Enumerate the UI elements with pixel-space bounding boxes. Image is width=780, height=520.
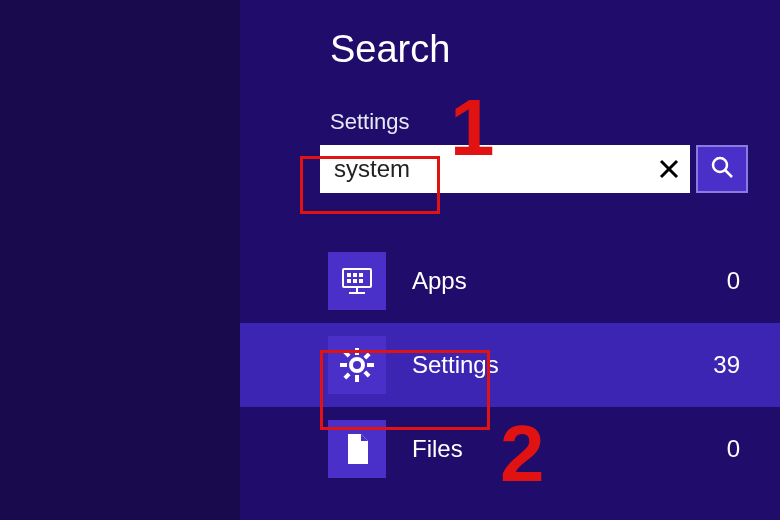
- panel-title: Search: [330, 28, 780, 71]
- category-label: Settings: [412, 351, 713, 379]
- svg-line-3: [725, 170, 732, 177]
- category-count: 39: [713, 351, 740, 379]
- category-label: Files: [412, 435, 727, 463]
- category-count: 0: [727, 435, 740, 463]
- category-label: Apps: [412, 267, 727, 295]
- svg-rect-4: [343, 269, 371, 287]
- category-files[interactable]: Files 0: [240, 407, 780, 491]
- category-list: Apps 0: [240, 239, 780, 491]
- search-input[interactable]: [320, 145, 648, 193]
- clear-icon[interactable]: [648, 159, 690, 179]
- svg-rect-19: [363, 370, 370, 377]
- magnifier-icon: [709, 154, 735, 184]
- svg-rect-5: [347, 273, 351, 277]
- search-scope-label: Settings: [330, 109, 780, 135]
- svg-rect-15: [355, 375, 359, 382]
- svg-point-13: [351, 359, 363, 371]
- file-icon: [328, 420, 386, 478]
- search-charm-panel: Search Settings: [240, 0, 780, 520]
- svg-rect-14: [355, 348, 359, 355]
- search-row: [320, 145, 780, 193]
- gear-icon: [328, 336, 386, 394]
- svg-rect-20: [363, 352, 370, 359]
- category-apps[interactable]: Apps 0: [240, 239, 780, 323]
- svg-point-2: [713, 158, 727, 172]
- svg-rect-8: [347, 279, 351, 283]
- category-count: 0: [727, 267, 740, 295]
- svg-rect-21: [343, 372, 350, 379]
- svg-rect-10: [359, 279, 363, 283]
- svg-rect-7: [359, 273, 363, 277]
- svg-rect-17: [367, 363, 374, 367]
- results-pane: [0, 0, 240, 520]
- apps-icon: [328, 252, 386, 310]
- category-settings[interactable]: Settings 39: [240, 323, 780, 407]
- search-button[interactable]: [696, 145, 748, 193]
- svg-rect-16: [340, 363, 347, 367]
- svg-rect-18: [343, 350, 350, 357]
- svg-rect-9: [353, 279, 357, 283]
- svg-rect-6: [353, 273, 357, 277]
- search-input-container: [320, 145, 690, 193]
